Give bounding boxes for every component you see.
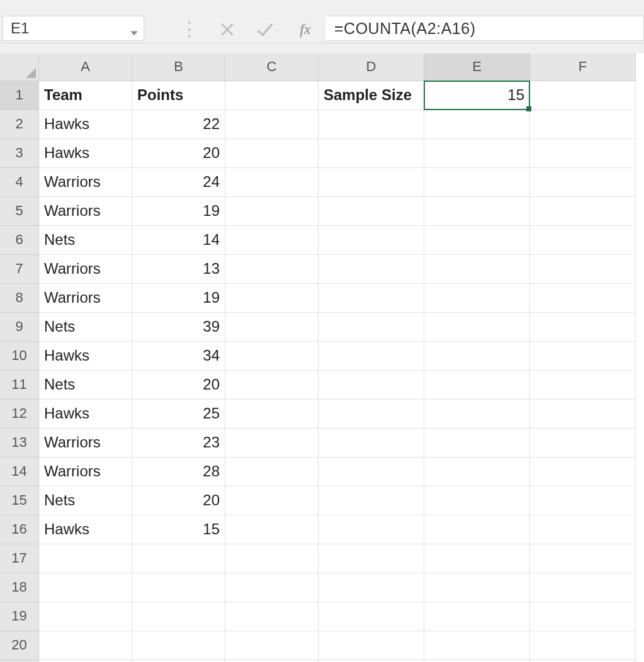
column-header-C[interactable]: C [225, 53, 319, 81]
cell-E15[interactable] [424, 486, 530, 515]
cell-A20[interactable] [39, 631, 132, 660]
cell-E16[interactable] [424, 515, 530, 544]
row-header-3[interactable]: 3 [0, 139, 39, 168]
cell-A12[interactable]: Hawks [39, 400, 132, 429]
cell-C2[interactable] [225, 110, 319, 139]
column-header-B[interactable]: B [132, 53, 225, 81]
cell-F12[interactable] [530, 400, 636, 429]
cell-D10[interactable] [319, 342, 424, 371]
row-header-12[interactable]: 12 [0, 400, 39, 429]
cell-B12[interactable]: 25 [132, 400, 225, 429]
cell-C16[interactable] [225, 515, 319, 544]
row-header-4[interactable]: 4 [0, 168, 39, 197]
cell-F9[interactable] [530, 313, 636, 342]
cell-E18[interactable] [424, 573, 530, 602]
cell-C1[interactable] [225, 81, 319, 110]
cell-F11[interactable] [530, 371, 636, 400]
cell-A11[interactable]: Nets [39, 371, 132, 400]
cell-D13[interactable] [319, 429, 424, 457]
row-header-18[interactable]: 18 [0, 573, 39, 602]
cell-A18[interactable] [39, 573, 132, 602]
cell-B5[interactable]: 19 [132, 197, 225, 226]
cell-B9[interactable]: 39 [132, 313, 225, 342]
cell-E9[interactable] [424, 313, 530, 342]
cell-F13[interactable] [530, 429, 636, 457]
cell-C5[interactable] [225, 197, 319, 226]
cell-B14[interactable]: 28 [132, 457, 225, 486]
cell-B19[interactable] [132, 602, 225, 631]
cell-F19[interactable] [530, 602, 636, 631]
cell-C17[interactable] [225, 544, 319, 573]
cell-E17[interactable] [424, 544, 530, 573]
cell-F5[interactable] [530, 197, 636, 226]
name-box[interactable]: E1 [3, 16, 144, 41]
cell-F1[interactable] [530, 81, 636, 110]
cell-C7[interactable] [225, 255, 319, 284]
cell-A2[interactable]: Hawks [39, 110, 132, 139]
row-header-9[interactable]: 9 [0, 313, 39, 342]
cell-C10[interactable] [225, 342, 319, 371]
cell-C15[interactable] [225, 486, 319, 515]
cell-A19[interactable] [39, 602, 132, 631]
cell-A16[interactable]: Hawks [39, 515, 132, 544]
row-header-14[interactable]: 14 [0, 457, 39, 486]
cell-C11[interactable] [225, 371, 319, 400]
cell-F3[interactable] [530, 139, 636, 168]
row-header-19[interactable]: 19 [0, 602, 39, 631]
cell-A13[interactable]: Warriors [39, 429, 132, 457]
cell-C12[interactable] [225, 400, 319, 429]
chevron-down-icon[interactable] [130, 24, 138, 33]
cell-D4[interactable] [319, 168, 424, 197]
cell-B1[interactable]: Points [132, 81, 225, 110]
cell-B4[interactable]: 24 [132, 168, 225, 197]
cell-B2[interactable]: 22 [132, 110, 225, 139]
cell-E7[interactable] [424, 255, 530, 284]
cell-C4[interactable] [225, 168, 319, 197]
cell-B6[interactable]: 14 [132, 226, 225, 255]
row-header-13[interactable]: 13 [0, 429, 39, 457]
cell-F7[interactable] [530, 255, 636, 284]
cell-D8[interactable] [319, 284, 424, 313]
cell-F10[interactable] [530, 342, 636, 371]
cell-D5[interactable] [319, 197, 424, 226]
cell-F20[interactable] [530, 631, 636, 660]
cell-E13[interactable] [424, 429, 530, 457]
cell-A4[interactable]: Warriors [39, 168, 132, 197]
row-header-6[interactable]: 6 [0, 226, 39, 255]
cell-C3[interactable] [225, 139, 319, 168]
cell-B17[interactable] [132, 544, 225, 573]
cell-C14[interactable] [225, 457, 319, 486]
cell-F6[interactable] [530, 226, 636, 255]
select-all-button[interactable] [0, 53, 39, 81]
column-header-F[interactable]: F [530, 53, 636, 81]
cell-B3[interactable]: 20 [132, 139, 225, 168]
cell-E5[interactable] [424, 197, 530, 226]
cell-E4[interactable] [424, 168, 530, 197]
cell-C8[interactable] [225, 284, 319, 313]
cell-A15[interactable]: Nets [39, 486, 132, 515]
cell-D17[interactable] [319, 544, 424, 573]
cell-F14[interactable] [530, 457, 636, 486]
cell-C6[interactable] [225, 226, 319, 255]
cell-A7[interactable]: Warriors [39, 255, 132, 284]
cell-A9[interactable]: Nets [39, 313, 132, 342]
cell-D6[interactable] [319, 226, 424, 255]
cell-B11[interactable]: 20 [132, 371, 225, 400]
cell-B20[interactable] [132, 631, 225, 660]
cell-D12[interactable] [319, 400, 424, 429]
row-header-17[interactable]: 17 [0, 544, 39, 573]
cell-B16[interactable]: 15 [132, 515, 225, 544]
cell-A1[interactable]: Team [39, 81, 132, 110]
cell-F8[interactable] [530, 284, 636, 313]
cell-E20[interactable] [424, 631, 530, 660]
cell-D7[interactable] [319, 255, 424, 284]
cell-E10[interactable] [424, 342, 530, 371]
cell-C20[interactable] [225, 631, 319, 660]
cell-E2[interactable] [424, 110, 530, 139]
cell-A5[interactable]: Warriors [39, 197, 132, 226]
cell-B18[interactable] [132, 573, 225, 602]
row-header-10[interactable]: 10 [0, 342, 39, 371]
cell-E14[interactable] [424, 457, 530, 486]
cell-A3[interactable]: Hawks [39, 139, 132, 168]
cell-E6[interactable] [424, 226, 530, 255]
